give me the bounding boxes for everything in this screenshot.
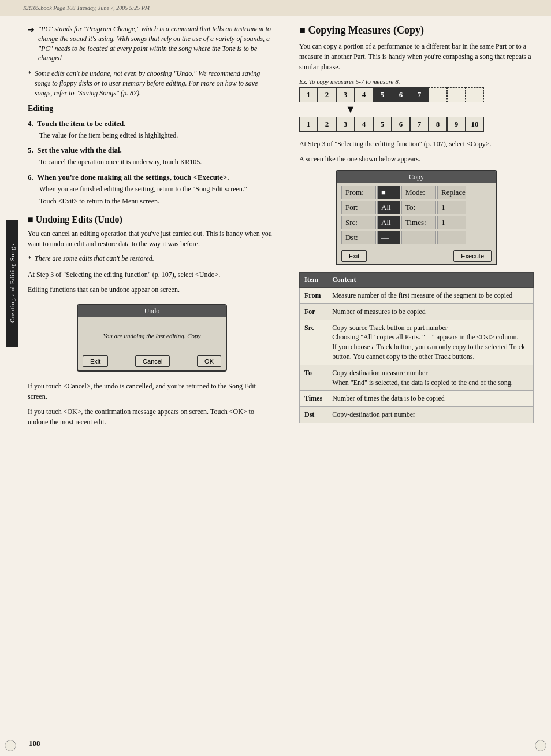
copy-execute-button[interactable]: Execute [453,250,492,262]
measure-bottom-cell-5: 5 [373,117,392,132]
measure-bottom-cell-4: 4 [355,117,373,132]
copy-cell-label-left-2: Src: [341,216,376,229]
copy-screen-row-0: From:■Mode:Replace [341,186,492,199]
measures-bottom-row: 12345678910 [299,117,534,132]
undo-exit-button[interactable]: Exit [83,355,108,367]
copy-step2: A screen like the one shown below appear… [299,154,534,164]
undo-screen-mockup: Undo You are undoing the last editing. C… [77,304,227,372]
step-5-number: 5. [28,146,35,154]
undo-after1: If you touch <Cancel>, the undo is cance… [28,381,276,402]
table-cell-item-3: To [300,365,327,391]
copy-cell-val-left-1: All [377,201,400,214]
measure-bottom-cell-2: 2 [318,117,336,132]
copy-screen-title: Copy [337,171,496,183]
copy-cell-label-right-2: Times: [401,216,436,229]
copy-screen-row-2: Src:AllTimes:1 [341,216,492,229]
step-6-sub2: Touch <Exit> to return to the Menu scree… [39,197,276,206]
header-text: KR105.book Page 108 Tuesday, June 7, 200… [23,5,150,11]
copy-para: You can copy a portion of a performance … [299,41,534,72]
right-column: Copying Measures (Copy) You can copy a p… [288,18,539,733]
copy-cell-label-left-0: From: [341,186,376,199]
arrow-icon: ➔ [28,24,35,63]
page-container: KR105.book Page 108 Tuesday, June 7, 200… [0,0,551,756]
step-5-body: To cancel the operation once it is under… [39,157,276,167]
measure-bottom-cell-8: 8 [429,117,447,132]
step-6-number: 6. [28,173,35,181]
step-5-title: Set the value with the dial. [37,146,122,154]
copy-cell-label-right-0: Mode: [401,186,436,199]
undo-screen-title: Undo [78,305,226,317]
info-table: Item Content FromMeasure number of the f… [299,272,534,423]
measure-top-cell-2: 2 [318,87,336,102]
table-cell-content-4: Number of times the data is to be copied [327,391,534,407]
measure-bottom-cell-7: 7 [410,117,429,132]
page-number: 108 [29,739,40,748]
table-row-from: FromMeasure number of the first measure … [300,288,534,304]
table-cell-content-1: Number of measures to be copied [327,303,534,320]
step-4-number: 4. [28,119,35,128]
step-6: 6. When you're done making all the setti… [28,173,276,206]
copy-cell-val-left-0: ■ [377,186,400,199]
table-cell-content-2: Copy-source Track button or part numberC… [327,320,534,365]
measures-label: Ex. To copy measures 5-7 to measure 8. [299,78,534,85]
copy-cell-label-right-3 [401,231,436,244]
measures-diagram: Ex. To copy measures 5-7 to measure 8. 1… [299,78,534,132]
copy-cell-val-left-3: — [377,231,400,244]
header-bar: KR105.book Page 108 Tuesday, June 7, 200… [0,0,551,16]
measures-top-row: 1234567 [299,87,534,102]
copy-screen-rows: From:■Mode:ReplaceFor:AllTo:1Src:AllTime… [337,183,496,248]
measure-top-cell-1: 1 [299,87,318,102]
copy-cell-val-left-2: All [377,216,400,229]
editing-heading: Editing [28,104,276,113]
step-6-title: When you're done making all the settings… [37,173,229,181]
table-cell-item-0: From [300,288,327,304]
corner-mark-br [535,740,546,751]
measure-bottom-cell-10: 10 [466,117,484,132]
left-column: ➔ "PC" stands for "Program Change," whic… [22,18,288,733]
copy-screen-footer: Exit Execute [337,248,496,264]
table-cell-item-1: For [300,303,327,320]
undo-step2: Editing functions that can be undone app… [28,284,276,295]
copy-cell-val-right-3 [437,231,466,244]
step-6-sub1: When you are finished editing the settin… [39,184,276,194]
undo-asterisk-note: * There are some edits that can't be res… [28,254,276,264]
corner-mark-bl [5,740,16,751]
undo-cancel-button[interactable]: Cancel [135,355,170,367]
arrow-down-icon: ▼ [299,103,534,116]
step-4: 4. Touch the item to be edited. The valu… [28,119,276,140]
sidebar-label: Creating and Editing Songs [6,220,18,347]
measure-bottom-cell-1: 1 [299,117,318,132]
step-5: 5. Set the value with the dial. To cance… [28,146,276,167]
undo-step: At Step 3 of "Selecting the editing func… [28,269,276,280]
table-cell-item-5: Dst [300,407,327,423]
measure-top-cell-3: 3 [336,87,355,102]
measure-bottom-cell-6: 6 [392,117,410,132]
undo-screen-footer: Exit Cancel OK [78,352,226,370]
copy-cell-label-left-1: For: [341,201,376,214]
table-cell-item-4: Times [300,391,327,407]
arrow-note-text: "PC" stands for "Program Change," which … [38,24,276,63]
measure-top-cell-5: 5 [373,87,392,102]
table-row-for: ForNumber of measures to be copied [300,303,534,320]
measure-top-dashed-9 [466,87,484,102]
copy-screen-row-1: For:AllTo:1 [341,201,492,214]
main-content: ➔ "PC" stands for "Program Change," whic… [22,18,539,733]
undo-asterisk-icon: * [28,254,31,264]
copy-cell-label-right-1: To: [401,201,436,214]
copy-cell-label-left-3: Dst: [341,231,376,244]
measure-top-cell-7: 7 [410,87,429,102]
copy-cell-val-right-1: 1 [437,201,466,214]
measure-bottom-cell-9: 9 [447,117,466,132]
copy-screen-mockup: Copy From:■Mode:ReplaceFor:AllTo:1Src:Al… [336,170,497,265]
table-cell-content-5: Copy-destination part number [327,407,534,423]
step-4-body: The value for the item being edited is h… [39,131,276,140]
table-header-item: Item [300,273,327,288]
copy-exit-button[interactable]: Exit [341,250,367,262]
table-row-dst: DstCopy-destination part number [300,407,534,423]
asterisk-note: * Some edits can't be undone, not even b… [28,69,276,98]
undo-ok-button[interactable]: OK [197,355,221,367]
table-row-to: ToCopy-destination measure numberWhen "E… [300,365,534,391]
table-cell-content-3: Copy-destination measure numberWhen "End… [327,365,534,391]
step-4-title: Touch the item to be edited. [37,119,125,128]
undo-asterisk-text: There are some edits that can't be resto… [35,254,154,264]
